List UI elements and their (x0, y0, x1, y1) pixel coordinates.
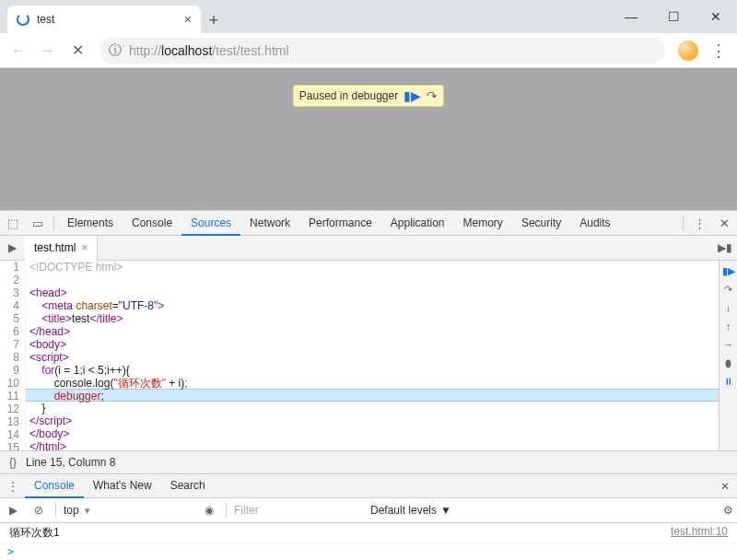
console-toolbar: ▶ ⊘ top▼ ◉ Default levels▼ ⚙ (0, 498, 737, 523)
log-message: 循环次数1 (9, 525, 671, 541)
window-controls: — ☐ ✕ (610, 0, 737, 33)
drawer-close-icon[interactable]: ✕ (712, 480, 737, 493)
pause-exceptions-icon[interactable]: ⏸ (722, 375, 735, 388)
devtools-settings-icon[interactable]: ⋮ (687, 216, 712, 230)
log-levels-selector[interactable]: Default levels▼ (370, 504, 451, 517)
tab-sources[interactable]: Sources (181, 211, 240, 236)
tab-network[interactable]: Network (240, 211, 299, 236)
inspect-element-icon[interactable]: ⬚ (0, 216, 25, 230)
paused-text: Paused in debugger (299, 89, 398, 102)
chevron-down-icon: ▼ (440, 504, 451, 517)
step-icon[interactable]: → (722, 338, 735, 351)
file-tab-label: test.html (34, 241, 76, 254)
show-debugger-icon[interactable]: ▶▮ (712, 241, 737, 254)
devtools-tab-bar: ⬚ ▭ ElementsConsoleSourcesNetworkPerform… (0, 211, 737, 236)
drawer-tab-what-s-new[interactable]: What's New (84, 473, 161, 498)
console-output: 循环次数1 test.html:10 > (0, 523, 737, 560)
code-area[interactable]: <!DOCTYPE html><head> <meta charset="UTF… (26, 261, 719, 450)
address-bar[interactable]: ⓘ http://localhost/test/test.html (99, 38, 665, 64)
chevron-down-icon: ▼ (83, 506, 92, 516)
cursor-position: Line 15, Column 8 (26, 456, 115, 469)
pretty-print-icon[interactable]: {} (9, 456, 17, 469)
drawer-tab-bar: ⋮ ConsoleWhat's NewSearch ✕ (0, 473, 737, 498)
console-filter-input[interactable] (234, 504, 363, 517)
devtools-close-icon[interactable]: ✕ (712, 216, 737, 230)
clear-console-icon[interactable]: ⊘ (29, 504, 48, 517)
tab-memory[interactable]: Memory (454, 211, 512, 236)
back-button[interactable]: ← (6, 38, 31, 64)
step-out-icon[interactable]: ↑ (722, 320, 735, 332)
live-expression-icon[interactable]: ◉ (200, 504, 218, 517)
drawer-tab-console[interactable]: Console (25, 473, 84, 498)
site-info-icon[interactable]: ⓘ (109, 42, 122, 59)
maximize-button[interactable]: ☐ (652, 0, 695, 33)
browser-toolbar: ← → ✕ ⓘ http://localhost/test/test.html … (0, 33, 737, 68)
page-viewport: Paused in debugger ▮▶ ↷ (0, 68, 737, 210)
tab-title: test (37, 13, 184, 26)
loading-spinner-icon (17, 13, 29, 26)
step-over-icon[interactable]: ↷ (722, 283, 735, 296)
sources-file-tabs: ▶ test.html × ▶▮ (0, 236, 737, 261)
step-into-icon[interactable]: ↓ (722, 301, 735, 314)
drawer-tab-search[interactable]: Search (161, 473, 215, 498)
stop-button[interactable]: ✕ (64, 38, 90, 64)
debugger-paused-overlay: Paused in debugger ▮▶ ↷ (293, 85, 444, 107)
console-sidebar-icon[interactable]: ▶ (4, 504, 22, 517)
drawer-menu-icon[interactable]: ⋮ (0, 480, 25, 493)
log-source-link[interactable]: test.html:10 (671, 525, 728, 541)
file-tab-close-icon[interactable]: × (81, 241, 88, 254)
tab-audits[interactable]: Audits (570, 211, 619, 236)
browser-tab[interactable]: test × (7, 6, 201, 33)
file-tab[interactable]: test.html × (25, 236, 98, 261)
editor-status-bar: {} Line 15, Column 8 (0, 450, 737, 473)
line-gutter: 123456789101112131415 (0, 261, 26, 450)
deactivate-breakpoints-icon[interactable]: ⬮ (722, 356, 735, 369)
console-log-entry: 循环次数1 test.html:10 (0, 523, 737, 543)
tab-console[interactable]: Console (123, 211, 181, 236)
context-selector[interactable]: top▼ (64, 504, 193, 517)
resume-button[interactable]: ▮▶ (404, 88, 421, 103)
profile-avatar[interactable] (678, 41, 698, 61)
minimize-button[interactable]: — (610, 0, 652, 33)
device-toolbar-icon[interactable]: ▭ (25, 216, 50, 230)
browser-menu-button[interactable]: ⋮ (706, 41, 731, 61)
show-navigator-icon[interactable]: ▶ (0, 241, 25, 254)
tab-security[interactable]: Security (512, 211, 570, 236)
tab-application[interactable]: Application (381, 211, 454, 236)
console-prompt[interactable]: > (0, 543, 737, 560)
code-editor[interactable]: 123456789101112131415 <!DOCTYPE html><he… (0, 261, 719, 450)
tab-close-icon[interactable]: × (184, 12, 192, 27)
console-settings-icon[interactable]: ⚙ (723, 504, 733, 517)
tab-performance[interactable]: Performance (299, 211, 381, 236)
window-titlebar: test × + — ☐ ✕ (0, 0, 737, 33)
step-over-button[interactable]: ↷ (427, 88, 438, 103)
url-text: http://localhost/test/test.html (129, 43, 289, 58)
tab-elements[interactable]: Elements (58, 211, 123, 236)
forward-button[interactable]: → (35, 38, 61, 64)
resume-icon[interactable]: ▮▶ (722, 264, 735, 277)
new-tab-button[interactable]: + (201, 7, 227, 33)
debugger-sidebar: ▮▶ ↷ ↓ ↑ → ⬮ ⏸ (719, 261, 737, 450)
close-window-button[interactable]: ✕ (695, 0, 737, 33)
devtools-panel: ⬚ ▭ ElementsConsoleSourcesNetworkPerform… (0, 210, 737, 560)
